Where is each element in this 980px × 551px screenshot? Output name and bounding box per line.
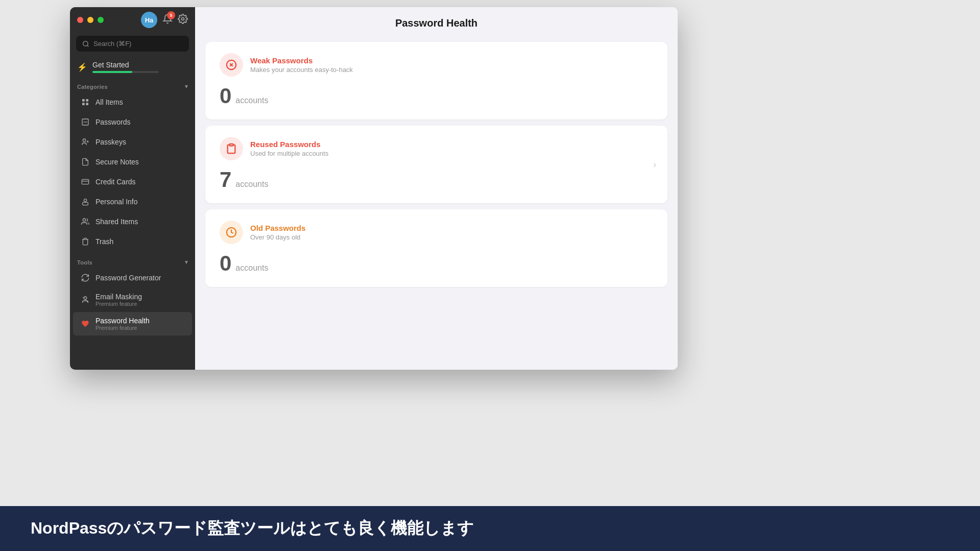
notification-badge: 5 (167, 11, 175, 19)
password-health-sublabel: Premium feature (95, 325, 150, 331)
tools-chevron-icon: ▾ (185, 259, 188, 266)
get-started-section: ⚡ Get Started (70, 57, 195, 80)
svg-point-16 (84, 199, 86, 202)
lightning-icon: ⚡ (77, 62, 87, 72)
credit-cards-label: Credit Cards (95, 178, 136, 186)
card-top-reused: Reused Passwords Used for multiple accou… (220, 137, 653, 160)
minimize-button[interactable] (87, 17, 93, 23)
svg-rect-4 (86, 99, 88, 102)
all-items-icon (80, 97, 90, 107)
titlebar-right: Ha 5 (141, 12, 188, 28)
sidebar-item-secure-notes[interactable]: Secure Notes (73, 152, 192, 172)
all-items-label: All Items (95, 98, 123, 106)
old-passwords-subtitle: Over 90 days old (250, 233, 305, 241)
trash-icon (80, 236, 90, 247)
sidebar-item-personal-info[interactable]: Personal Info (73, 192, 192, 211)
avatar[interactable]: Ha (141, 12, 157, 28)
sidebar-item-credit-cards[interactable]: Credit Cards (73, 172, 192, 191)
weak-count-number: 0 (220, 84, 231, 108)
search-icon (82, 40, 89, 47)
svg-rect-14 (82, 179, 88, 184)
svg-rect-17 (83, 202, 88, 205)
banner-bold: NordPass (31, 519, 107, 537)
reused-passwords-subtitle: Used for multiple accounts (250, 150, 328, 157)
titlebar: Ha 5 (70, 7, 195, 33)
sidebar-item-password-generator[interactable]: Password Generator (73, 268, 192, 288)
weak-count: 0 accounts (220, 84, 653, 108)
svg-point-1 (83, 41, 88, 45)
email-masking-sublabel: Premium feature (95, 301, 142, 307)
app-window: Ha 5 (70, 7, 678, 370)
reused-chevron-icon: › (653, 159, 656, 170)
secure-notes-label: Secure Notes (95, 158, 139, 166)
svg-point-11 (83, 139, 85, 141)
old-count: 0 accounts (220, 251, 653, 276)
old-count-label: accounts (235, 263, 268, 273)
old-icon (220, 221, 243, 244)
sidebar-item-email-masking[interactable]: Email Masking Premium feature (73, 288, 192, 312)
email-masking-label: Email Masking (95, 293, 142, 301)
personal-info-label: Personal Info (95, 198, 138, 206)
sidebar-item-all-items[interactable]: All Items (73, 92, 192, 112)
reused-count: 7 accounts (220, 167, 653, 192)
reused-count-label: accounts (235, 180, 268, 189)
email-masking-icon (80, 295, 90, 305)
settings-icon[interactable] (178, 14, 188, 26)
get-started-item[interactable]: ⚡ Get Started (76, 59, 189, 75)
svg-line-20 (83, 297, 88, 303)
weak-count-label: accounts (235, 96, 268, 105)
bottom-banner: NordPassのパスワード監査ツールはとても良く機能します (0, 506, 980, 551)
sidebar-item-trash[interactable]: Trash (73, 232, 192, 251)
secure-notes-icon (80, 157, 90, 167)
reused-icon (220, 137, 243, 160)
sidebar-item-passwords[interactable]: Passwords (73, 112, 192, 132)
chevron-down-icon: ▾ (185, 83, 188, 90)
weak-icon (220, 53, 243, 77)
passkeys-label: Passkeys (95, 138, 126, 146)
password-generator-icon (80, 273, 90, 283)
sidebar: Ha 5 (70, 7, 195, 370)
search-placeholder: Search (⌘F) (93, 40, 131, 47)
search-bar[interactable]: Search (⌘F) (76, 36, 189, 52)
sidebar-item-passkeys[interactable]: Passkeys (73, 132, 192, 152)
card-top: Weak Passwords Makes your accounts easy-… (220, 53, 653, 77)
card-top-old: Old Passwords Over 90 days old (220, 221, 653, 244)
old-passwords-card[interactable]: Old Passwords Over 90 days old 0 account… (205, 209, 667, 287)
password-health-icon (80, 319, 90, 329)
tools-section: Tools ▾ Password Generator Email Masking… (70, 256, 195, 336)
svg-point-0 (182, 18, 184, 20)
bell-button[interactable]: 5 (162, 14, 173, 26)
svg-rect-24 (229, 144, 233, 146)
trash-label: Trash (95, 237, 113, 246)
categories-header: Categories ▾ (70, 80, 195, 92)
main-content: Password Health Weak Passwords Makes you… (195, 7, 678, 370)
cards-area: Weak Passwords Makes your accounts easy-… (195, 37, 678, 297)
svg-line-2 (87, 45, 89, 46)
svg-rect-6 (86, 103, 88, 105)
passwords-label: Passwords (95, 118, 130, 126)
banner-text: NordPassのパスワード監査ツールはとても良く機能します (31, 517, 474, 540)
password-health-label: Password Health (95, 317, 150, 325)
reused-count-number: 7 (220, 167, 231, 192)
weak-passwords-card[interactable]: Weak Passwords Makes your accounts easy-… (205, 42, 667, 119)
svg-rect-5 (82, 103, 85, 105)
sidebar-item-password-health[interactable]: Password Health Premium feature (73, 312, 192, 336)
passkeys-icon (80, 137, 90, 147)
maximize-button[interactable] (98, 17, 104, 23)
sidebar-item-shared-items[interactable]: Shared Items (73, 212, 192, 231)
banner-normal: のパスワード監査ツールはとても良く機能します (107, 519, 474, 537)
reused-passwords-card[interactable]: Reused Passwords Used for multiple accou… (205, 126, 667, 203)
tools-header: Tools ▾ (70, 256, 195, 268)
main-header: Password Health (195, 7, 678, 37)
shared-items-icon (80, 217, 90, 227)
old-passwords-title: Old Passwords (250, 224, 305, 232)
page-title: Password Health (210, 17, 662, 29)
credit-cards-icon (80, 177, 90, 187)
reused-passwords-title: Reused Passwords (250, 140, 328, 149)
password-generator-label: Password Generator (95, 274, 161, 282)
progress-bar (92, 71, 159, 73)
close-button[interactable] (77, 17, 83, 23)
progress-fill (92, 71, 132, 73)
passwords-icon (80, 117, 90, 127)
svg-point-18 (83, 219, 85, 221)
